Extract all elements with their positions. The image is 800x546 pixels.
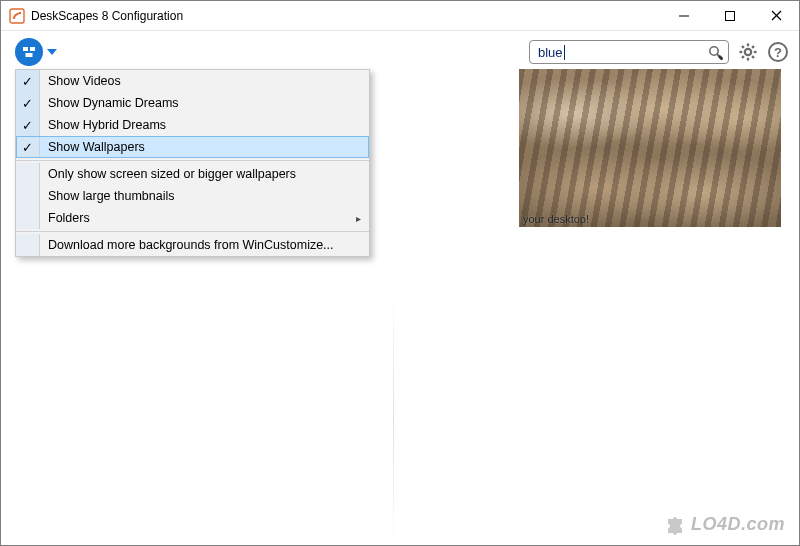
view-menu-button[interactable]	[15, 38, 57, 66]
svg-line-19	[752, 46, 754, 48]
search-box[interactable]: blue	[529, 40, 729, 64]
panel-divider	[393, 289, 394, 546]
check-icon: ✓	[16, 136, 40, 158]
menu-item-label: Show large thumbnails	[48, 189, 174, 203]
watermark-text: LO4D.com	[691, 514, 785, 535]
search-button[interactable]	[706, 43, 724, 61]
svg-rect-5	[23, 47, 28, 51]
svg-rect-2	[726, 11, 735, 20]
wallpaper-preview[interactable]: your desktop!	[519, 69, 781, 227]
menu-item-label: Show Hybrid Dreams	[48, 118, 166, 132]
svg-line-18	[742, 56, 744, 58]
menu-item-label: Folders	[48, 211, 356, 225]
menu-item-download-wincustomize[interactable]: Download more backgrounds from WinCustom…	[16, 234, 369, 256]
svg-line-10	[720, 57, 722, 59]
titlebar: DeskScapes 8 Configuration	[1, 1, 799, 31]
svg-line-16	[742, 46, 744, 48]
check-slot	[16, 185, 40, 207]
settings-button[interactable]	[737, 41, 759, 63]
close-button[interactable]	[753, 1, 799, 30]
menu-item-label: Show Wallpapers	[48, 140, 145, 154]
menu-item-label: Show Videos	[48, 74, 121, 88]
menu-separator	[16, 160, 369, 161]
check-slot	[16, 207, 40, 229]
minimize-button[interactable]	[661, 1, 707, 30]
preview-caption: your desktop!	[523, 213, 589, 225]
menu-item-label: Only show screen sized or bigger wallpap…	[48, 167, 296, 181]
menu-item-label: Download more backgrounds from WinCustom…	[48, 238, 334, 252]
menu-item-folders[interactable]: Folders ▸	[16, 207, 369, 229]
maximize-button[interactable]	[707, 1, 753, 30]
content-area: ✓ Show Videos ✓ Show Dynamic Dreams ✓ Sh…	[1, 69, 799, 545]
check-icon: ✓	[16, 92, 40, 114]
app-logo-icon	[15, 38, 43, 66]
check-icon: ✓	[16, 114, 40, 136]
menu-separator	[16, 231, 369, 232]
window-title: DeskScapes 8 Configuration	[31, 9, 661, 23]
app-window: DeskScapes 8 Configuration	[0, 0, 800, 546]
menu-item-only-screen-sized[interactable]: Only show screen sized or bigger wallpap…	[16, 163, 369, 185]
puzzle-icon	[665, 513, 687, 535]
svg-point-11	[745, 49, 751, 55]
svg-rect-6	[30, 47, 35, 51]
view-menu-dropdown: ✓ Show Videos ✓ Show Dynamic Dreams ✓ Sh…	[15, 69, 370, 257]
menu-item-show-hybrid-dreams[interactable]: ✓ Show Hybrid Dreams	[16, 114, 369, 136]
text-caret	[564, 45, 565, 60]
check-slot	[16, 234, 40, 256]
menu-item-show-videos[interactable]: ✓ Show Videos	[16, 70, 369, 92]
watermark: LO4D.com	[665, 513, 785, 535]
help-icon: ?	[768, 42, 788, 62]
app-icon	[9, 8, 25, 24]
toolbar: blue	[1, 31, 799, 69]
search-input-text[interactable]: blue	[538, 45, 565, 60]
help-button[interactable]: ?	[767, 41, 789, 63]
menu-item-show-dynamic-dreams[interactable]: ✓ Show Dynamic Dreams	[16, 92, 369, 114]
svg-rect-7	[26, 53, 33, 57]
svg-line-17	[752, 56, 754, 58]
menu-item-large-thumbnails[interactable]: Show large thumbnails	[16, 185, 369, 207]
preview-image	[519, 69, 781, 227]
check-icon: ✓	[16, 70, 40, 92]
chevron-down-icon	[47, 49, 57, 55]
chevron-right-icon: ▸	[356, 213, 361, 224]
menu-item-show-wallpapers[interactable]: ✓ Show Wallpapers	[16, 136, 369, 158]
window-controls	[661, 1, 799, 30]
menu-item-label: Show Dynamic Dreams	[48, 96, 179, 110]
check-slot	[16, 163, 40, 185]
svg-rect-0	[10, 9, 24, 23]
